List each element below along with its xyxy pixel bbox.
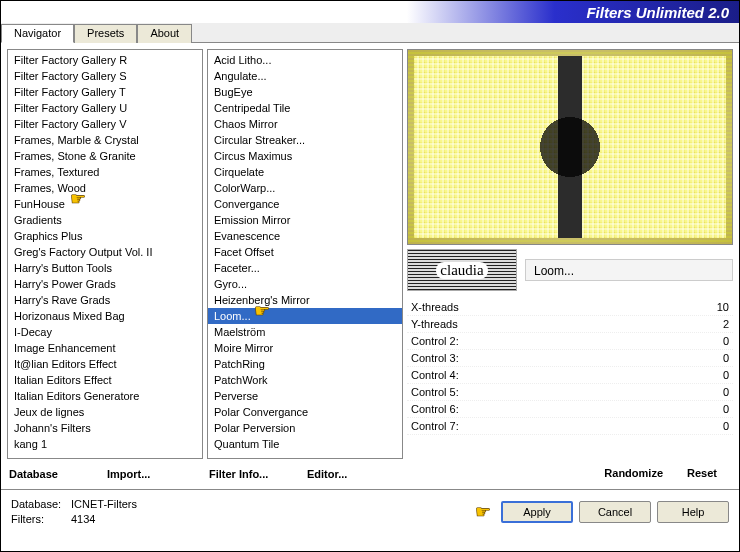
- list-item[interactable]: Evanescence: [208, 228, 402, 244]
- list-item[interactable]: Filter Factory Gallery T: [8, 84, 202, 100]
- list-item[interactable]: Frames, Stone & Granite: [8, 148, 202, 164]
- param-row[interactable]: Control 7:0: [407, 418, 733, 435]
- list-item[interactable]: Faceter...: [208, 260, 402, 276]
- database-label: Database:: [11, 497, 71, 512]
- list-item[interactable]: Angulate...: [208, 68, 402, 84]
- list-item[interactable]: PatchWork: [208, 372, 402, 388]
- list-item[interactable]: Graphics Plus: [8, 228, 202, 244]
- reset-button[interactable]: Reset: [687, 467, 717, 479]
- list-item[interactable]: Filter Factory Gallery S: [8, 68, 202, 84]
- list-item[interactable]: Gyro...: [208, 276, 402, 292]
- param-value: 0: [723, 352, 729, 364]
- list-item[interactable]: PatchRing: [208, 356, 402, 372]
- list-item[interactable]: Heizenberg's Mirror: [208, 292, 402, 308]
- list-item[interactable]: It@lian Editors Effect: [8, 356, 202, 372]
- list-item[interactable]: Italian Editors Generatore: [8, 388, 202, 404]
- param-label: Control 7:: [411, 420, 459, 432]
- list-item[interactable]: Image Enhancement: [8, 340, 202, 356]
- list-item[interactable]: Filter Factory Gallery R: [8, 52, 202, 68]
- cancel-button[interactable]: Cancel: [579, 501, 651, 523]
- category-column: Filter Factory Gallery RFilter Factory G…: [7, 49, 203, 483]
- preview-image: [407, 49, 733, 245]
- list-item[interactable]: I-Decay: [8, 324, 202, 340]
- database-button[interactable]: Database: [7, 465, 105, 483]
- param-row[interactable]: Control 4:0: [407, 367, 733, 384]
- footer: Database:ICNET-Filters Filters:4134 Appl…: [1, 489, 739, 533]
- apply-button[interactable]: Apply: [501, 501, 573, 523]
- list-item[interactable]: Polar Perversion: [208, 420, 402, 436]
- list-item[interactable]: Filter Factory Gallery U: [8, 100, 202, 116]
- list-item[interactable]: Emission Mirror: [208, 212, 402, 228]
- list-item[interactable]: Harry's Power Grads: [8, 276, 202, 292]
- list-item[interactable]: Filter Factory Gallery V: [8, 116, 202, 132]
- import-button[interactable]: Import...: [105, 465, 203, 483]
- list-item[interactable]: Greg's Factory Output Vol. II: [8, 244, 202, 260]
- list-item[interactable]: Cirquelate: [208, 164, 402, 180]
- param-label: Y-threads: [411, 318, 458, 330]
- list-item[interactable]: Frames, Marble & Crystal: [8, 132, 202, 148]
- param-value: 0: [723, 335, 729, 347]
- list-item[interactable]: Convergance: [208, 196, 402, 212]
- param-row[interactable]: X-threads10: [407, 299, 733, 316]
- database-value: ICNET-Filters: [71, 498, 137, 510]
- list-item[interactable]: Acid Litho...: [208, 52, 402, 68]
- list-item[interactable]: Italian Editors Effect: [8, 372, 202, 388]
- tab-navigator[interactable]: Navigator: [1, 24, 74, 43]
- param-label: Control 3:: [411, 352, 459, 364]
- app-title: Filters Unlimited 2.0: [586, 4, 729, 21]
- param-value: 2: [723, 318, 729, 330]
- list-item[interactable]: Quantum Tile: [208, 436, 402, 452]
- param-value: 0: [723, 386, 729, 398]
- list-item[interactable]: Gradients: [8, 212, 202, 228]
- param-row[interactable]: Y-threads2: [407, 316, 733, 333]
- list-item[interactable]: BugEye: [208, 84, 402, 100]
- category-list[interactable]: Filter Factory Gallery RFilter Factory G…: [7, 49, 203, 459]
- list-item[interactable]: Centripedal Tile: [208, 100, 402, 116]
- list-item[interactable]: Loom...: [208, 308, 402, 324]
- list-item[interactable]: Harry's Rave Grads: [8, 292, 202, 308]
- param-row[interactable]: Control 5:0: [407, 384, 733, 401]
- parameter-list: X-threads10Y-threads2Control 2:0Control …: [407, 299, 733, 459]
- randomize-button[interactable]: Randomize: [604, 467, 663, 479]
- tab-strip: NavigatorPresetsAbout: [1, 23, 739, 43]
- param-row[interactable]: Control 2:0: [407, 333, 733, 350]
- list-item[interactable]: kang 1: [8, 436, 202, 452]
- tab-presets[interactable]: Presets: [74, 24, 137, 43]
- list-item[interactable]: Harry's Button Tools: [8, 260, 202, 276]
- help-button[interactable]: Help: [657, 501, 729, 523]
- list-item[interactable]: Circus Maximus: [208, 148, 402, 164]
- selected-filter-name: Loom...: [525, 259, 733, 281]
- param-label: X-threads: [411, 301, 459, 313]
- hand-pointer-icon: [254, 308, 274, 324]
- list-item[interactable]: Horizonaus Mixed Bag: [8, 308, 202, 324]
- param-value: 0: [723, 403, 729, 415]
- filter-column: Acid Litho...Angulate...BugEyeCentripeda…: [207, 49, 403, 483]
- preview-column: claudia Loom... X-threads10Y-threads2Con…: [407, 49, 733, 483]
- filter-info-button[interactable]: Filter Info...: [207, 465, 305, 483]
- hand-pointer-icon: [70, 196, 90, 212]
- list-item[interactable]: Chaos Mirror: [208, 116, 402, 132]
- list-item[interactable]: Circular Streaker...: [208, 132, 402, 148]
- filters-label: Filters:: [11, 512, 71, 527]
- param-label: Control 6:: [411, 403, 459, 415]
- list-item[interactable]: Moire Mirror: [208, 340, 402, 356]
- list-item[interactable]: Polar Convergance: [208, 404, 402, 420]
- list-item[interactable]: Frames, Textured: [8, 164, 202, 180]
- editor-button[interactable]: Editor...: [305, 465, 403, 483]
- list-item[interactable]: ColorWarp...: [208, 180, 402, 196]
- param-value: 0: [723, 369, 729, 381]
- param-label: Control 5:: [411, 386, 459, 398]
- param-value: 10: [717, 301, 729, 313]
- list-item[interactable]: Maelström: [208, 324, 402, 340]
- list-item[interactable]: Frames, Wood: [8, 180, 202, 196]
- tab-about[interactable]: About: [137, 24, 192, 43]
- filter-list[interactable]: Acid Litho...Angulate...BugEyeCentripeda…: [207, 49, 403, 459]
- param-row[interactable]: Control 6:0: [407, 401, 733, 418]
- list-item[interactable]: FunHouse: [8, 196, 202, 212]
- param-value: 0: [723, 420, 729, 432]
- list-item[interactable]: Johann's Filters: [8, 420, 202, 436]
- list-item[interactable]: Perverse: [208, 388, 402, 404]
- list-item[interactable]: Facet Offset: [208, 244, 402, 260]
- list-item[interactable]: Jeux de lignes: [8, 404, 202, 420]
- param-row[interactable]: Control 3:0: [407, 350, 733, 367]
